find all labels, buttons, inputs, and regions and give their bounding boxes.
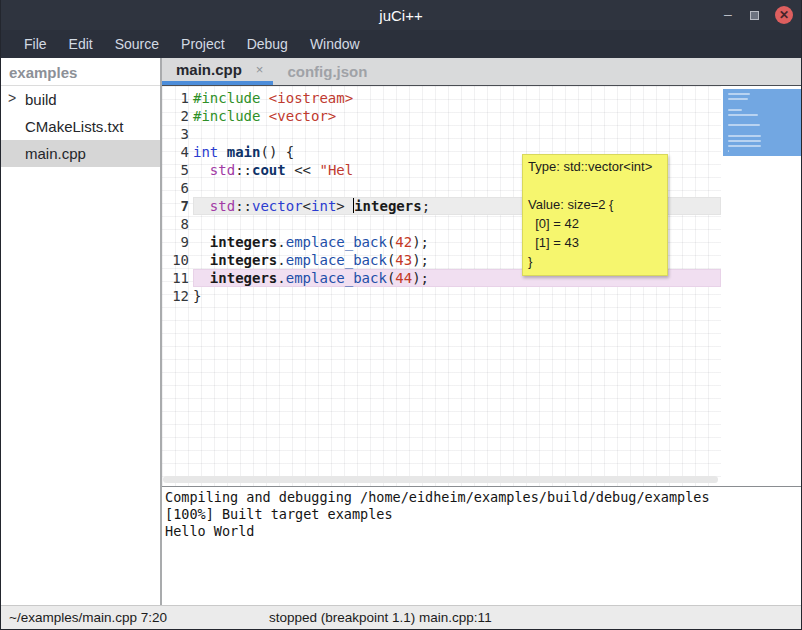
code-token-plain	[193, 270, 210, 286]
code-token-num: 44	[395, 270, 412, 286]
minimap-code-line	[728, 145, 761, 147]
line-number[interactable]: 8	[162, 215, 192, 233]
minimap-code-line	[728, 124, 760, 126]
code-token-plain: >	[336, 198, 353, 214]
line-number[interactable]: 9	[162, 233, 192, 251]
code-token-plain: () {	[260, 144, 294, 160]
status-debug-state: stopped (breakpoint 1.1) main.cpp:11	[269, 610, 492, 625]
code-token-plain: ;	[422, 198, 430, 214]
code-token-plain: );	[412, 270, 429, 286]
editor-column: main.cpp×config.json 1#include <iostream…	[162, 58, 801, 605]
code-token-plain: <	[303, 198, 311, 214]
line-number[interactable]: 7	[162, 197, 192, 215]
code-token-type: vector	[252, 198, 303, 214]
output-line: Compiling and debugging /home/eidheim/ex…	[165, 489, 801, 506]
menu-item-window[interactable]: Window	[299, 32, 371, 56]
minimize-button[interactable]: –	[722, 9, 734, 21]
code-token-num: 42	[395, 234, 412, 250]
code-line-text[interactable]: #include <iostream>	[193, 89, 721, 107]
code-token-plain: );	[412, 234, 429, 250]
line-number[interactable]: 5	[162, 161, 192, 179]
code-line-text[interactable]: #include <vector>	[193, 107, 721, 125]
tooltip-line: [0] = 42	[528, 214, 662, 233]
tab-main-cpp[interactable]: main.cpp×	[162, 58, 273, 85]
code-token-fn: cout	[252, 162, 286, 178]
menu-item-file[interactable]: File	[13, 32, 58, 56]
restore-button[interactable]	[750, 11, 759, 20]
minimap-viewport[interactable]	[723, 89, 801, 156]
file-tree-sidebar[interactable]: examples >buildCMakeLists.txtmain.cpp	[1, 58, 162, 605]
code-token-num: 43	[395, 252, 412, 268]
tooltip-line	[528, 176, 662, 195]
line-number[interactable]: 2	[162, 107, 192, 125]
minimap-code-line	[728, 135, 761, 137]
line-number[interactable]: 11	[162, 269, 192, 287]
line-number[interactable]: 3	[162, 125, 192, 143]
tab-close-icon[interactable]: ×	[256, 62, 264, 77]
minimap-code-line	[728, 93, 750, 95]
tab-label: config.json	[287, 63, 367, 80]
output-panel[interactable]: Compiling and debugging /home/eidheim/ex…	[162, 486, 801, 605]
code-line-text[interactable]	[193, 125, 721, 143]
line-number[interactable]: 1	[162, 89, 192, 107]
tree-item-cmakelists.txt[interactable]: CMakeLists.txt	[1, 113, 160, 140]
code-line-text[interactable]: }	[193, 287, 721, 305]
code-token-plain: .	[277, 234, 285, 250]
code-token-memb: emplace_back	[286, 270, 387, 286]
code-token-plain	[193, 198, 210, 214]
tab-config-json[interactable]: config.json	[273, 58, 377, 85]
code-token-memb: emplace_back	[286, 234, 387, 250]
code-token-plain	[193, 234, 210, 250]
file-tree: >buildCMakeLists.txtmain.cpp	[1, 86, 160, 167]
minimap-code-line	[728, 109, 742, 111]
code-token-ns: std	[210, 162, 235, 178]
line-number[interactable]: 10	[162, 251, 192, 269]
code-token-plain: }	[193, 288, 201, 304]
code-row[interactable]: 1#include <iostream>	[162, 89, 721, 107]
title-bar[interactable]: juCi++ – ✕	[1, 0, 801, 30]
code-token-ns: std	[210, 198, 235, 214]
status-bar: ~/examples/main.cpp 7:20 stopped (breakp…	[1, 605, 801, 630]
tooltip-line: Type: std::vector<int>	[528, 157, 662, 176]
line-number[interactable]: 4	[162, 143, 192, 161]
chevron-right-icon[interactable]: >	[8, 90, 16, 106]
line-number[interactable]: 6	[162, 179, 192, 197]
close-button[interactable]: ✕	[775, 6, 793, 24]
code-row[interactable]: 3	[162, 125, 721, 143]
tree-item-main.cpp[interactable]: main.cpp	[1, 140, 160, 167]
code-token-inc: #include	[193, 90, 269, 106]
horizontal-scrollbar[interactable]	[163, 476, 718, 483]
tree-item-label: main.cpp	[25, 145, 86, 162]
code-token-memb: emplace_back	[286, 252, 387, 268]
code-token-str: <vector>	[269, 108, 336, 124]
code-token-plain	[218, 144, 226, 160]
minimap-code-line	[728, 140, 761, 142]
code-row[interactable]: 12}	[162, 287, 721, 305]
minimap-code-line	[728, 150, 729, 152]
window-title: juCi++	[1, 7, 801, 24]
project-name: examples	[1, 58, 160, 86]
code-token-type: int	[193, 144, 218, 160]
tab-bar: main.cpp×config.json	[162, 58, 801, 86]
menu-item-debug[interactable]: Debug	[236, 32, 299, 56]
tree-item-build[interactable]: >build	[1, 86, 160, 113]
output-line: [100%] Built target examples	[165, 506, 801, 523]
tooltip-line: Value: size=2 {	[528, 195, 662, 214]
menu-item-project[interactable]: Project	[170, 32, 236, 56]
minimap-code-line	[728, 98, 748, 100]
code-token-str: "Hel	[319, 162, 353, 178]
code-token-plain: ::	[235, 198, 252, 214]
menu-item-source[interactable]: Source	[104, 32, 170, 56]
minimap[interactable]	[721, 86, 801, 486]
menu-bar: FileEditSourceProjectDebugWindow	[1, 30, 801, 58]
line-number[interactable]: 12	[162, 287, 192, 305]
menu-item-edit[interactable]: Edit	[58, 32, 104, 56]
output-line: Hello World	[165, 523, 801, 540]
code-token-plain	[193, 252, 210, 268]
code-token-plain: <<	[286, 162, 320, 178]
code-row[interactable]: 2#include <vector>	[162, 107, 721, 125]
code-editor[interactable]: 1#include <iostream>2#include <vector>34…	[162, 86, 801, 486]
code-token-plain: ::	[235, 162, 252, 178]
code-token-var: integers	[354, 198, 421, 214]
code-token-inc: #include	[193, 108, 269, 124]
